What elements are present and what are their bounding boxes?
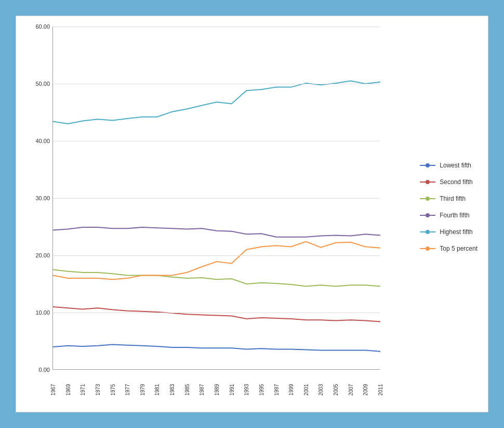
legend-item: Highest fifth: [420, 228, 478, 236]
x-axis-label: 1969: [65, 384, 71, 395]
grid-line: [53, 198, 380, 199]
y-axis-label: 20.00: [27, 252, 50, 258]
x-axis-label: 1991: [229, 384, 234, 395]
legend-label: Highest fifth: [440, 228, 472, 236]
y-axis-label: 40.00: [27, 138, 50, 144]
series-line: [53, 242, 380, 280]
x-axis-label: 1967: [50, 384, 56, 395]
x-axis-label: 1979: [139, 384, 145, 395]
x-axis-label: 1983: [169, 384, 175, 395]
legend-label: Third fifth: [440, 195, 466, 202]
grid-line: [53, 255, 380, 256]
legend-dot: [426, 213, 430, 217]
series-line: [53, 270, 380, 287]
legend-dot: [426, 163, 430, 167]
grid-line: [53, 313, 380, 313]
legend-item: Lowest fifth: [420, 162, 478, 169]
chart-area: 0.0010.0020.0030.0040.0050.0060.00196719…: [52, 27, 380, 370]
x-axis-label: 2007: [348, 384, 353, 395]
y-axis-label: 0.00: [27, 367, 50, 373]
series-line: [53, 227, 380, 237]
grid-line: [53, 27, 380, 27]
x-axis-label: 2005: [333, 384, 339, 395]
chart-container: 0.0010.0020.0030.0040.0050.0060.00196719…: [16, 16, 488, 412]
x-axis-label: 1973: [95, 384, 100, 395]
y-axis-label: 10.00: [27, 309, 50, 316]
y-axis-label: 60.00: [27, 23, 50, 30]
grid-line: [53, 84, 380, 84]
legend-item: Top 5 percent: [420, 245, 478, 252]
legend-dot: [426, 197, 430, 201]
outer-frame: 0.0010.0020.0030.0040.0050.0060.00196719…: [8, 8, 496, 420]
legend: Lowest fifthSecond fifthThird fifthFourt…: [420, 162, 478, 252]
legend-label: Fourth fifth: [440, 212, 469, 219]
x-axis-label: 2009: [363, 384, 368, 395]
x-axis-label: 1999: [288, 384, 294, 395]
x-axis-label: 1987: [199, 384, 205, 395]
x-axis-label: 1995: [258, 384, 264, 395]
legend-label: Lowest fifth: [440, 162, 471, 169]
legend-dot: [426, 180, 430, 184]
legend-item: Third fifth: [420, 195, 478, 202]
y-axis-label: 50.00: [27, 81, 50, 87]
x-axis-label: 1997: [273, 384, 279, 395]
series-line: [53, 345, 380, 352]
grid-line: [53, 141, 380, 141]
legend-label: Second fifth: [440, 178, 472, 186]
x-axis-label: 1989: [214, 384, 220, 395]
x-axis-label: 2003: [318, 384, 324, 395]
x-axis-label: 1981: [154, 384, 160, 395]
x-axis-label: 2011: [378, 384, 383, 395]
x-axis-label: 1971: [80, 384, 86, 395]
series-line: [53, 81, 380, 124]
legend-item: Fourth fifth: [420, 212, 478, 219]
x-axis-label: 1977: [125, 384, 130, 395]
legend-dot: [426, 247, 430, 251]
y-axis-label: 30.00: [27, 195, 50, 201]
x-axis-label: 2001: [303, 384, 309, 395]
legend-item: Second fifth: [420, 178, 478, 186]
x-axis-label: 1993: [244, 384, 249, 395]
series-line: [53, 307, 380, 322]
legend-label: Top 5 percent: [440, 245, 478, 252]
x-axis-label: 1985: [184, 384, 190, 395]
x-axis-label: 1975: [110, 384, 115, 395]
legend-dot: [426, 230, 430, 234]
